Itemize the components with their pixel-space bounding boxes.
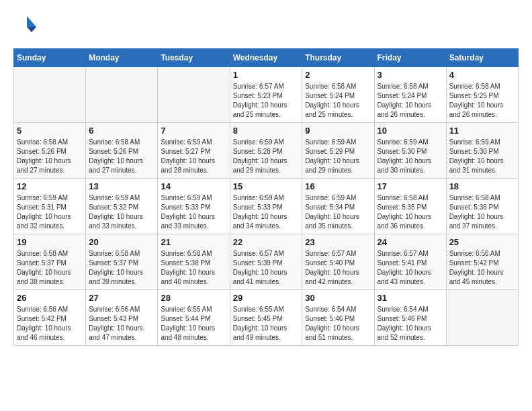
weekday-header-monday: Monday <box>86 49 158 67</box>
day-info: Sunrise: 6:58 AM Sunset: 5:24 PM Dayligh… <box>378 82 443 120</box>
day-info: Sunrise: 6:59 AM Sunset: 5:34 PM Dayligh… <box>305 193 371 231</box>
day-info: Sunrise: 6:57 AM Sunset: 5:41 PM Dayligh… <box>378 249 443 287</box>
day-info: Sunrise: 6:58 AM Sunset: 5:26 PM Dayligh… <box>17 138 83 175</box>
calendar-cell: 27Sunrise: 6:56 AM Sunset: 5:43 PM Dayli… <box>86 290 158 346</box>
calendar-week-row: 19Sunrise: 6:58 AM Sunset: 5:37 PM Dayli… <box>14 234 519 290</box>
weekday-header-saturday: Saturday <box>446 49 518 67</box>
day-info: Sunrise: 6:57 AM Sunset: 5:39 PM Dayligh… <box>233 249 300 287</box>
calendar-cell: 30Sunrise: 6:54 AM Sunset: 5:46 PM Dayli… <box>302 290 374 346</box>
weekday-header-tuesday: Tuesday <box>158 49 230 67</box>
day-number: 30 <box>305 293 371 303</box>
day-info: Sunrise: 6:58 AM Sunset: 5:26 PM Dayligh… <box>89 138 154 175</box>
calendar-table: SundayMondayTuesdayWednesdayThursdayFrid… <box>13 48 519 346</box>
day-number: 2 <box>305 70 371 80</box>
calendar-week-row: 1Sunrise: 6:57 AM Sunset: 5:23 PM Daylig… <box>14 67 519 123</box>
calendar-cell: 14Sunrise: 6:59 AM Sunset: 5:33 PM Dayli… <box>158 179 230 234</box>
day-number: 12 <box>17 181 83 191</box>
day-number: 28 <box>161 293 226 303</box>
day-number: 1 <box>233 70 300 80</box>
calendar-cell: 28Sunrise: 6:55 AM Sunset: 5:44 PM Dayli… <box>158 290 230 346</box>
calendar-cell: 1Sunrise: 6:57 AM Sunset: 5:23 PM Daylig… <box>230 67 302 123</box>
calendar-cell: 26Sunrise: 6:56 AM Sunset: 5:42 PM Dayli… <box>14 290 86 346</box>
calendar-cell: 15Sunrise: 6:59 AM Sunset: 5:33 PM Dayli… <box>230 179 302 234</box>
day-info: Sunrise: 6:56 AM Sunset: 5:42 PM Dayligh… <box>449 249 515 287</box>
logo-icon <box>13 13 38 38</box>
day-info: Sunrise: 6:59 AM Sunset: 5:31 PM Dayligh… <box>17 193 83 231</box>
day-number: 19 <box>17 237 83 247</box>
weekday-header-wednesday: Wednesday <box>230 49 302 67</box>
day-number: 31 <box>378 293 443 303</box>
calendar-cell: 22Sunrise: 6:57 AM Sunset: 5:39 PM Dayli… <box>230 234 302 290</box>
day-info: Sunrise: 6:57 AM Sunset: 5:40 PM Dayligh… <box>305 249 371 287</box>
day-number: 22 <box>233 237 300 247</box>
logo <box>13 13 42 38</box>
calendar-cell: 18Sunrise: 6:58 AM Sunset: 5:36 PM Dayli… <box>446 179 518 234</box>
calendar-cell: 2Sunrise: 6:58 AM Sunset: 5:24 PM Daylig… <box>302 67 374 123</box>
day-info: Sunrise: 6:59 AM Sunset: 5:29 PM Dayligh… <box>305 138 371 175</box>
calendar-cell: 16Sunrise: 6:59 AM Sunset: 5:34 PM Dayli… <box>302 179 374 234</box>
weekday-header-thursday: Thursday <box>302 49 374 67</box>
day-number: 5 <box>17 126 83 136</box>
day-info: Sunrise: 6:55 AM Sunset: 5:44 PM Dayligh… <box>161 305 226 342</box>
calendar-cell: 17Sunrise: 6:58 AM Sunset: 5:35 PM Dayli… <box>374 179 446 234</box>
calendar-week-row: 5Sunrise: 6:58 AM Sunset: 5:26 PM Daylig… <box>14 123 519 179</box>
day-number: 20 <box>89 237 154 247</box>
day-number: 25 <box>449 237 515 247</box>
day-info: Sunrise: 6:59 AM Sunset: 5:27 PM Dayligh… <box>161 138 226 175</box>
day-number: 29 <box>233 293 300 303</box>
calendar-cell: 19Sunrise: 6:58 AM Sunset: 5:37 PM Dayli… <box>14 234 86 290</box>
day-number: 24 <box>378 237 443 247</box>
calendar-cell: 20Sunrise: 6:58 AM Sunset: 5:37 PM Dayli… <box>86 234 158 290</box>
calendar-cell <box>14 67 86 123</box>
calendar-cell: 6Sunrise: 6:58 AM Sunset: 5:26 PM Daylig… <box>86 123 158 179</box>
day-number: 6 <box>89 126 154 136</box>
svg-marker-0 <box>27 16 36 27</box>
day-info: Sunrise: 6:58 AM Sunset: 5:24 PM Dayligh… <box>305 82 371 120</box>
day-info: Sunrise: 6:58 AM Sunset: 5:35 PM Dayligh… <box>378 193 443 231</box>
weekday-header-friday: Friday <box>374 49 446 67</box>
calendar-cell: 9Sunrise: 6:59 AM Sunset: 5:29 PM Daylig… <box>302 123 374 179</box>
calendar-cell <box>446 290 518 346</box>
day-info: Sunrise: 6:59 AM Sunset: 5:30 PM Dayligh… <box>378 138 443 175</box>
day-number: 3 <box>378 70 443 80</box>
day-info: Sunrise: 6:55 AM Sunset: 5:45 PM Dayligh… <box>233 305 300 342</box>
calendar-week-row: 12Sunrise: 6:59 AM Sunset: 5:31 PM Dayli… <box>14 179 519 234</box>
calendar-cell: 13Sunrise: 6:59 AM Sunset: 5:32 PM Dayli… <box>86 179 158 234</box>
calendar-cell: 7Sunrise: 6:59 AM Sunset: 5:27 PM Daylig… <box>158 123 230 179</box>
calendar-cell: 11Sunrise: 6:59 AM Sunset: 5:30 PM Dayli… <box>446 123 518 179</box>
calendar-cell: 25Sunrise: 6:56 AM Sunset: 5:42 PM Dayli… <box>446 234 518 290</box>
day-number: 27 <box>89 293 154 303</box>
day-number: 4 <box>449 70 515 80</box>
day-info: Sunrise: 6:58 AM Sunset: 5:37 PM Dayligh… <box>89 249 154 287</box>
day-number: 11 <box>449 126 515 136</box>
day-number: 16 <box>305 181 371 191</box>
day-info: Sunrise: 6:59 AM Sunset: 5:30 PM Dayligh… <box>449 138 515 175</box>
calendar-cell <box>158 67 230 123</box>
day-info: Sunrise: 6:56 AM Sunset: 5:43 PM Dayligh… <box>89 305 154 342</box>
calendar-cell: 29Sunrise: 6:55 AM Sunset: 5:45 PM Dayli… <box>230 290 302 346</box>
calendar-cell: 31Sunrise: 6:54 AM Sunset: 5:46 PM Dayli… <box>374 290 446 346</box>
calendar-cell: 5Sunrise: 6:58 AM Sunset: 5:26 PM Daylig… <box>14 123 86 179</box>
day-number: 8 <box>233 126 300 136</box>
calendar-cell: 21Sunrise: 6:58 AM Sunset: 5:38 PM Dayli… <box>158 234 230 290</box>
calendar-cell: 4Sunrise: 6:58 AM Sunset: 5:25 PM Daylig… <box>446 67 518 123</box>
day-number: 9 <box>305 126 371 136</box>
weekday-header-sunday: Sunday <box>14 49 86 67</box>
day-number: 21 <box>161 237 226 247</box>
day-info: Sunrise: 6:59 AM Sunset: 5:33 PM Dayligh… <box>233 193 300 231</box>
day-info: Sunrise: 6:57 AM Sunset: 5:23 PM Dayligh… <box>233 82 300 120</box>
calendar-cell: 8Sunrise: 6:59 AM Sunset: 5:28 PM Daylig… <box>230 123 302 179</box>
day-info: Sunrise: 6:58 AM Sunset: 5:25 PM Dayligh… <box>449 82 515 120</box>
day-info: Sunrise: 6:56 AM Sunset: 5:42 PM Dayligh… <box>17 305 83 342</box>
calendar-cell <box>86 67 158 123</box>
page-header <box>13 13 519 38</box>
day-number: 7 <box>161 126 226 136</box>
weekday-header-row: SundayMondayTuesdayWednesdayThursdayFrid… <box>14 49 519 67</box>
day-info: Sunrise: 6:54 AM Sunset: 5:46 PM Dayligh… <box>305 305 371 342</box>
calendar-cell: 12Sunrise: 6:59 AM Sunset: 5:31 PM Dayli… <box>14 179 86 234</box>
day-info: Sunrise: 6:58 AM Sunset: 5:36 PM Dayligh… <box>449 193 515 231</box>
svg-marker-1 <box>27 27 36 32</box>
calendar-week-row: 26Sunrise: 6:56 AM Sunset: 5:42 PM Dayli… <box>14 290 519 346</box>
day-number: 10 <box>378 126 443 136</box>
calendar-cell: 24Sunrise: 6:57 AM Sunset: 5:41 PM Dayli… <box>374 234 446 290</box>
